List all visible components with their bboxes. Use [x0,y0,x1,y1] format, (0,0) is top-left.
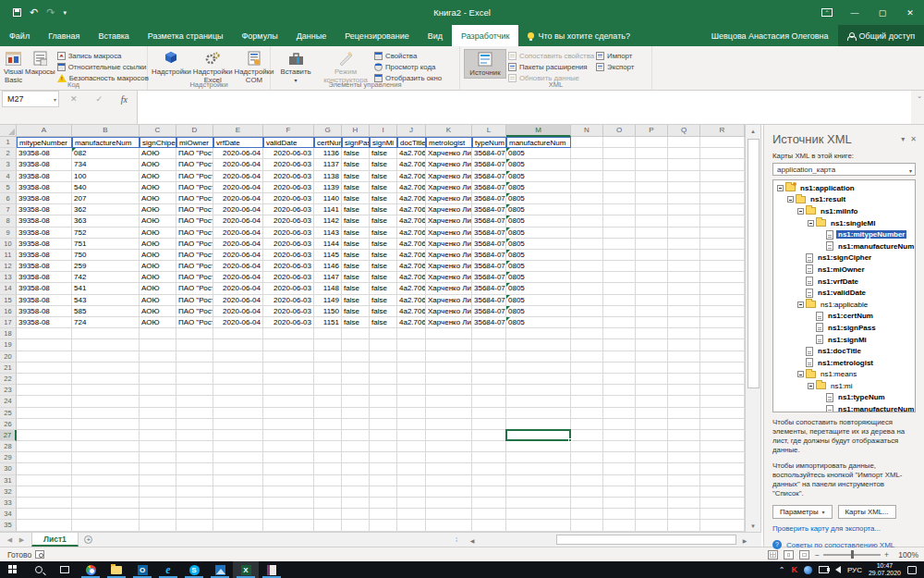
grid-cell[interactable] [213,408,263,419]
grid-cell[interactable] [636,463,668,474]
grid-cell[interactable] [397,498,426,509]
grid-cell[interactable] [140,475,176,486]
grid-cell[interactable] [314,419,342,430]
grid-cell[interactable] [176,452,213,463]
xml-source-button[interactable]: Источник [464,49,506,79]
grid-cell[interactable] [668,283,700,294]
grid-cell[interactable]: 2020-06-03 [263,272,314,283]
xml-import-button[interactable]: Импорт [596,51,634,61]
grid-cell[interactable] [571,351,603,363]
tree-item-ns1-result[interactable]: ns1:result [773,194,915,206]
grid-cell[interactable] [426,328,472,339]
grid-cell[interactable] [700,385,745,396]
grid-cell[interactable] [603,204,636,215]
grid-cell[interactable]: false [370,239,397,250]
grid-cell[interactable] [17,475,72,486]
grid-cell[interactable] [571,204,603,215]
grid-cell[interactable] [140,408,176,419]
grid-cell[interactable] [636,193,668,204]
grid-cell[interactable]: false [342,250,370,261]
grid-cell[interactable] [342,328,370,339]
grid-cell[interactable] [636,317,668,328]
grid-cell[interactable] [314,509,342,520]
column-header-A[interactable]: A [17,125,72,137]
tree-item-ns1-signcipher[interactable]: ns1:signCipher [773,252,915,264]
grid-cell[interactable]: 2020-06-04 [213,193,263,204]
grid-cell[interactable] [700,475,745,486]
grid-cell[interactable] [571,283,603,294]
grid-cell[interactable] [700,463,745,474]
grid-cell[interactable] [668,520,700,531]
grid-cell[interactable] [263,509,314,520]
active-cell-selection[interactable] [505,429,571,441]
grid-cell[interactable]: 35684-07 [472,171,506,182]
grid-cell[interactable]: 0805 [506,193,571,204]
grid-cell[interactable] [603,272,636,283]
grid-cell[interactable] [426,408,472,419]
grid-cell[interactable] [571,148,603,159]
tree-collapse-icon[interactable] [797,301,804,308]
grid-cell[interactable] [17,520,72,531]
grid-cell[interactable]: 0805 [506,295,571,306]
grid-cell[interactable] [17,430,72,441]
fill-handle[interactable] [568,438,572,442]
grid-cell[interactable]: 1143 [314,228,342,239]
grid-cell[interactable] [342,430,370,441]
grid-cell[interactable] [636,306,668,317]
grid-cell[interactable] [700,261,745,272]
grid-cell[interactable] [140,363,176,374]
grid-cell[interactable]: 2020-06-04 [213,228,263,239]
grid-cell[interactable]: 35684-07 [472,159,506,170]
grid-cell[interactable]: 0805 [506,148,571,159]
grid-cell[interactable] [571,385,603,396]
grid-cell[interactable]: 35684-07 [472,239,506,250]
grid-cell[interactable] [571,317,603,328]
grid-cell[interactable] [668,204,700,215]
grid-cell[interactable]: 1142 [314,215,342,227]
grid-cell[interactable] [603,463,636,474]
grid-cell[interactable]: 0805 [506,306,571,317]
tree-item-ns1-doctitle[interactable]: ns1:docTitle [773,345,915,357]
grid-cell[interactable] [506,363,571,374]
grid-cell[interactable] [397,363,426,374]
grid-cell[interactable] [140,385,176,396]
grid-cell[interactable] [397,509,426,520]
zoom-out-icon[interactable]: − [815,550,820,560]
grid-cell[interactable]: mitypeNumber [17,137,72,148]
grid-cell[interactable] [668,148,700,159]
grid-cell[interactable] [636,452,668,463]
grid-cell[interactable] [370,441,397,452]
grid-cell[interactable]: 0805 [506,261,571,272]
column-header-J[interactable]: J [397,125,426,137]
row-header-28[interactable]: 28 [0,441,17,452]
page-break-view-icon[interactable] [799,550,809,560]
grid-cell[interactable] [314,374,342,385]
grid-cell[interactable]: 752 [72,228,140,239]
grid-cell[interactable] [397,486,426,498]
select-all-corner[interactable] [0,125,17,137]
grid-cell[interactable] [472,475,506,486]
grid-cell[interactable] [370,328,397,339]
user-name[interactable]: Шевцова Анастасия Олеговна [711,31,829,41]
grid-cell[interactable] [700,509,745,520]
grid-cell[interactable] [397,520,426,531]
column-header-H[interactable]: H [342,125,370,137]
grid-cell[interactable]: false [370,272,397,283]
grid-cell[interactable]: Харченко Ли [426,182,472,193]
grid-cell[interactable]: 2020-06-03 [263,239,314,250]
grid-cell[interactable] [636,486,668,498]
grid-cell[interactable] [342,441,370,452]
grid-cell[interactable] [263,498,314,509]
grid-cell[interactable] [603,148,636,159]
grid-cell[interactable] [700,215,745,227]
grid-cell[interactable]: 39358-08 [17,295,72,306]
grid-cell[interactable] [636,204,668,215]
grid-cell[interactable] [370,463,397,474]
grid-cell[interactable] [668,261,700,272]
grid-cell[interactable]: 751 [72,239,140,250]
grid-cell[interactable] [636,239,668,250]
grid-cell[interactable] [603,328,636,339]
grid-cell[interactable] [370,385,397,396]
grid-cell[interactable] [370,498,397,509]
grid-cell[interactable]: 1136 [314,148,342,159]
